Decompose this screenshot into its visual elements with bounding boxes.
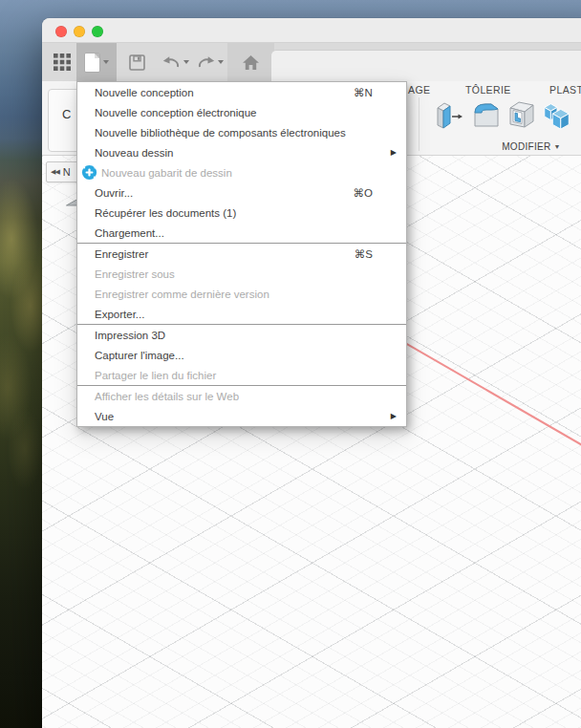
shell-button[interactable]: [506, 97, 538, 136]
ribbon-tab-tolerie[interactable]: TÔLERIE: [465, 84, 511, 96]
undo-icon: [162, 55, 181, 70]
menu-item[interactable]: Ouvrir... ⌘O ▶: [77, 182, 406, 203]
menu-item-shortcut: ⌘O: [353, 186, 372, 200]
shell-icon: [506, 97, 538, 132]
app-window: C AGE TÔLERIE PLAST: [42, 18, 581, 728]
menu-item: Enregistrer comme dernière version ▶: [77, 284, 406, 304]
menu-item[interactable]: Nouveau dessin ▶: [77, 142, 406, 162]
chevron-down-icon: ▼: [554, 143, 561, 150]
menu-item[interactable]: Récupérer les documents (1) ▶: [77, 203, 406, 223]
menu-item[interactable]: Vue ▶: [77, 406, 406, 426]
minimize-button[interactable]: [74, 26, 85, 37]
menu-item[interactable]: Enregistrer ⌘S ▶: [77, 244, 406, 264]
modifier-group-dropdown[interactable]: MODIFIER ▼: [464, 141, 581, 152]
menu-item-label: Capturer l'image...: [95, 350, 184, 361]
collapse-panel-icon[interactable]: ◀◀: [51, 168, 59, 176]
menu-item[interactable]: Capturer l'image... ▶: [77, 345, 406, 365]
ribbon-tab-plastique[interactable]: PLAST: [549, 84, 581, 96]
app-grid-icon[interactable]: [48, 43, 76, 81]
menu-item-label: Ouvrir...: [95, 187, 133, 199]
file-icon: [85, 54, 99, 72]
menu-item[interactable]: Nouvelle conception électronique ▶: [77, 102, 406, 122]
chevron-down-icon: [218, 60, 224, 64]
ribbon-tab-maillage[interactable]: AGE: [408, 84, 430, 96]
submenu-arrow-icon: ▶: [391, 412, 397, 420]
document-tab[interactable]: [270, 50, 581, 81]
menu-item[interactable]: Chargement... ▶: [77, 223, 406, 243]
menu-item: Afficher les détails sur le Web ▶: [77, 386, 406, 406]
menu-item-label: Nouveau gabarit de dessin: [101, 167, 232, 179]
save-icon: [129, 54, 145, 71]
desktop-wallpaper: C AGE TÔLERIE PLAST: [0, 0, 581, 728]
ribbon-group-separator: [419, 97, 420, 151]
redo-icon: [197, 55, 215, 70]
menu-item: Partager le lien du fichier ▶: [77, 365, 406, 385]
file-menu: Nouvelle conception ⌘N ▶ Nouvelle concep…: [76, 81, 407, 427]
menu-item-label: Enregistrer sous: [95, 268, 175, 280]
menu-item-label: Nouvelle conception: [95, 87, 194, 98]
menu-item-shortcut: ⌘S: [355, 247, 373, 261]
save-button[interactable]: [122, 43, 151, 81]
press-pull-icon: [432, 97, 464, 132]
menu-item-label: Afficher les détails sur le Web: [95, 391, 239, 402]
menu-item-label: Enregistrer: [95, 248, 148, 260]
undo-button[interactable]: [157, 43, 195, 81]
submenu-arrow-icon: ▶: [391, 148, 397, 157]
new-feature-badge: [81, 164, 97, 181]
menu-item: Nouveau gabarit de dessin ▶: [77, 162, 406, 182]
fillet-icon: [470, 97, 503, 132]
menu-item-label: Exporter...: [95, 309, 144, 320]
redo-button[interactable]: [191, 43, 229, 81]
menu-item-label: Nouveau dessin: [95, 147, 173, 159]
menu-item[interactable]: Nouvelle conception ⌘N ▶: [77, 82, 406, 102]
close-button[interactable]: [55, 26, 67, 37]
menu-item-label: Récupérer les documents (1): [95, 207, 236, 219]
combine-button[interactable]: [541, 97, 573, 136]
menu-item-shortcut: ⌘N: [354, 86, 373, 99]
menu-item-label: Nouvelle conception électronique: [95, 107, 256, 118]
combine-icon: [541, 97, 573, 132]
menu-item-label: Impression 3D: [95, 330, 165, 341]
home-tab[interactable]: [227, 43, 274, 81]
fillet-button[interactable]: [470, 97, 503, 136]
file-menu-button[interactable]: [76, 43, 117, 81]
maximize-button[interactable]: [92, 26, 103, 37]
workspace-switcher-label: C: [62, 107, 71, 121]
app-grid-icon: [54, 54, 71, 71]
menu-item-label: Enregistrer comme dernière version: [95, 289, 269, 300]
chevron-down-icon: [103, 60, 109, 64]
menu-item-label: Vue: [95, 411, 114, 422]
menu-item-label: Nouvelle bibliothèque de composants élec…: [95, 127, 346, 139]
browser-panel-title: N: [63, 166, 71, 178]
menu-item[interactable]: Impression 3D ▶: [77, 325, 406, 345]
menu-item-label: Partager le lien du fichier: [95, 370, 216, 381]
menu-item: Enregistrer sous ▶: [77, 264, 406, 284]
menu-item-label: Chargement...: [95, 227, 164, 239]
quick-access-toolbar: [42, 43, 581, 81]
press-pull-button[interactable]: [432, 97, 464, 136]
menu-item[interactable]: Exporter... ▶: [77, 304, 406, 324]
menu-item[interactable]: Nouvelle bibliothèque de composants élec…: [77, 122, 406, 142]
titlebar[interactable]: [42, 18, 581, 43]
home-icon: [242, 54, 260, 71]
chevron-down-icon: [183, 60, 189, 64]
x-axis-line: [406, 343, 581, 445]
